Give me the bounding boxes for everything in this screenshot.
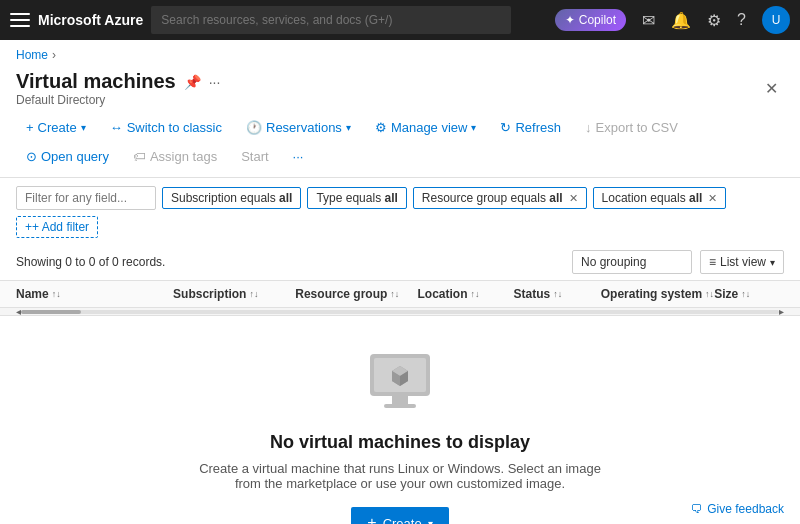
svg-rect-2: [392, 396, 408, 404]
plus-icon: +: [26, 120, 34, 135]
page-title: Virtual machines: [16, 70, 176, 93]
svg-rect-3: [384, 404, 416, 408]
view-dropdown-arrow: ▾: [770, 257, 775, 268]
manage-view-button[interactable]: ⚙ Manage view ▾: [365, 115, 487, 140]
filter-tag-rg[interactable]: Resource group equals all ✕: [413, 187, 587, 209]
view-button[interactable]: ≡ List view ▾: [700, 250, 784, 274]
azure-logo: Microsoft Azure: [38, 12, 143, 28]
close-button[interactable]: ✕: [759, 77, 784, 100]
breadcrumb: Home ›: [0, 40, 800, 66]
grouping-select[interactable]: No grouping: [572, 250, 692, 274]
th-subscription[interactable]: Subscription ↑↓: [173, 287, 295, 301]
bell-icon[interactable]: 🔔: [671, 11, 691, 30]
add-filter-button[interactable]: + + Add filter: [16, 216, 98, 238]
records-count: Showing 0 to 0 of 0 records.: [16, 255, 165, 269]
records-bar: Showing 0 to 0 of 0 records. No grouping…: [0, 246, 800, 280]
copilot-icon: ✦: [565, 13, 575, 27]
email-icon[interactable]: ✉: [642, 11, 655, 30]
th-size[interactable]: Size ↑↓: [714, 287, 784, 301]
scroll-track: [21, 310, 779, 314]
page-header: Virtual machines 📌 ··· Default Directory…: [0, 66, 800, 115]
sort-icon-size: ↑↓: [741, 289, 750, 299]
table-header: Name ↑↓ Subscription ↑↓ Resource group ↑…: [0, 280, 800, 308]
refresh-button[interactable]: ↻ Refresh: [490, 115, 571, 140]
feedback-bar[interactable]: 🗨 Give feedback: [691, 502, 784, 516]
switch-classic-button[interactable]: ↔ Switch to classic: [100, 115, 232, 140]
th-resource-group[interactable]: Resource group ↑↓: [295, 287, 417, 301]
start-button[interactable]: Start: [231, 144, 278, 169]
sort-icon-rg: ↑↓: [390, 289, 399, 299]
scroll-thumb[interactable]: [21, 310, 81, 314]
horizontal-scrollbar[interactable]: ◂ ▸: [0, 308, 800, 316]
th-name[interactable]: Name ↑↓: [16, 287, 173, 301]
scroll-right-arrow[interactable]: ▸: [779, 306, 784, 317]
hamburger-menu[interactable]: [10, 13, 30, 27]
empty-state-icon: [364, 346, 436, 418]
empty-create-button[interactable]: + Create ▾: [351, 507, 448, 524]
sort-icon-status: ↑↓: [553, 289, 562, 299]
empty-state: No virtual machines to display Create a …: [0, 316, 800, 524]
topbar-right: ✦ Copilot ✉ 🔔 ⚙ ? U: [555, 6, 790, 34]
empty-create-dropdown-arrow: ▾: [428, 518, 433, 525]
export-csv-button[interactable]: ↓ Export to CSV: [575, 115, 688, 140]
settings-icon[interactable]: ⚙: [707, 11, 721, 30]
list-view-icon: ≡: [709, 255, 716, 269]
reservations-icon: 🕐: [246, 120, 262, 135]
page-title-section: Virtual machines 📌 ··· Default Directory: [16, 70, 220, 107]
th-operating-system[interactable]: Operating system ↑↓: [601, 287, 714, 301]
global-search-input[interactable]: [151, 6, 511, 34]
open-query-button[interactable]: ⊙ Open query: [16, 144, 119, 169]
help-icon[interactable]: ?: [737, 11, 746, 29]
filter-tag-rg-close[interactable]: ✕: [569, 192, 578, 205]
create-dropdown-arrow: ▾: [81, 122, 86, 133]
breadcrumb-separator: ›: [52, 48, 56, 62]
empty-state-description: Create a virtual machine that runs Linux…: [190, 461, 610, 491]
filter-bar: Subscription equals all Type equals all …: [0, 178, 800, 246]
filter-tag-subscription-label: Subscription equals all: [171, 191, 292, 205]
records-controls: No grouping ≡ List view ▾: [572, 250, 784, 274]
query-icon: ⊙: [26, 149, 37, 164]
switch-icon: ↔: [110, 120, 123, 135]
filter-tag-location[interactable]: Location equals all ✕: [593, 187, 727, 209]
refresh-icon: ↻: [500, 120, 511, 135]
toolbar: + Create ▾ ↔ Switch to classic 🕐 Reserva…: [0, 115, 800, 178]
reservations-button[interactable]: 🕐 Reservations ▾: [236, 115, 361, 140]
tag-icon: 🏷: [133, 149, 146, 164]
filter-input[interactable]: [16, 186, 156, 210]
filter-tag-type[interactable]: Type equals all: [307, 187, 406, 209]
reservations-dropdown-arrow: ▾: [346, 122, 351, 133]
grouping-container: No grouping: [572, 250, 692, 274]
add-filter-icon: +: [25, 220, 32, 234]
export-icon: ↓: [585, 120, 592, 135]
filter-tag-location-label: Location equals all: [602, 191, 703, 205]
filter-tag-subscription[interactable]: Subscription equals all: [162, 187, 301, 209]
manage-icon: ⚙: [375, 120, 387, 135]
empty-create-plus-icon: +: [367, 514, 376, 524]
create-button[interactable]: + Create ▾: [16, 115, 96, 140]
breadcrumb-home[interactable]: Home: [16, 48, 48, 62]
manage-view-dropdown-arrow: ▾: [471, 122, 476, 133]
feedback-icon: 🗨: [691, 502, 703, 516]
more-options-icon[interactable]: ···: [209, 74, 221, 90]
th-status[interactable]: Status ↑↓: [513, 287, 600, 301]
vm-icon-svg: [364, 346, 436, 418]
page-subtitle: Default Directory: [16, 93, 220, 107]
sort-icon-name: ↑↓: [52, 289, 61, 299]
filter-tag-location-close[interactable]: ✕: [708, 192, 717, 205]
sort-icon-os: ↑↓: [705, 289, 714, 299]
sort-icon-loc: ↑↓: [470, 289, 479, 299]
th-location[interactable]: Location ↑↓: [417, 287, 513, 301]
pin-icon[interactable]: 📌: [184, 74, 201, 90]
more-toolbar-button[interactable]: ···: [283, 144, 314, 169]
topbar: Microsoft Azure ✦ Copilot ✉ 🔔 ⚙ ? U: [0, 0, 800, 40]
filter-tag-type-label: Type equals all: [316, 191, 397, 205]
user-avatar[interactable]: U: [762, 6, 790, 34]
filter-tag-rg-label: Resource group equals all: [422, 191, 563, 205]
sort-icon-sub: ↑↓: [249, 289, 258, 299]
empty-state-title: No virtual machines to display: [270, 432, 530, 453]
assign-tags-button[interactable]: 🏷 Assign tags: [123, 144, 227, 169]
copilot-label: Copilot: [579, 13, 616, 27]
copilot-button[interactable]: ✦ Copilot: [555, 9, 626, 31]
